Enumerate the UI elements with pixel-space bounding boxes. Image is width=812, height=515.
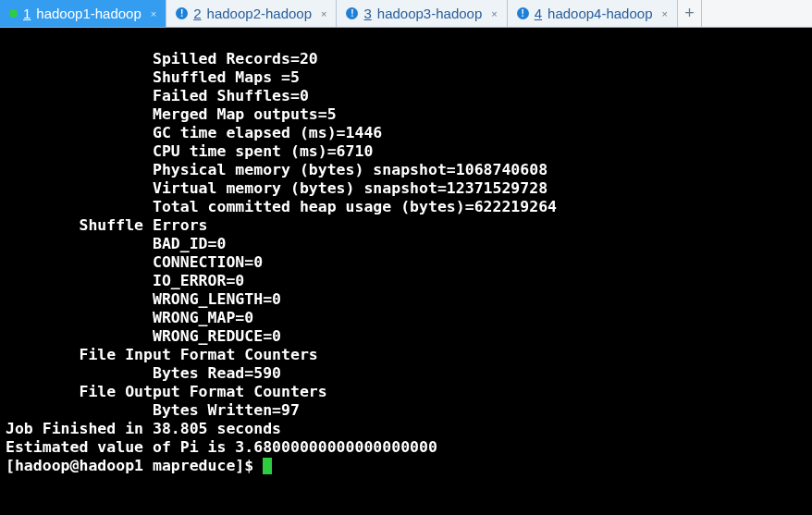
new-tab-button[interactable]: +: [678, 0, 702, 27]
terminal-line: WRONG_REDUCE=0: [6, 327, 281, 345]
tab-number: 4: [535, 6, 542, 21]
terminal-line: Shuffle Errors: [6, 216, 208, 234]
terminal-line: Shuffled Maps =5: [6, 68, 300, 86]
shell-prompt: [hadoop@hadoop1 mapreduce]$: [6, 457, 263, 475]
terminal-line: Bytes Written=97: [6, 401, 300, 419]
terminal-line: CONNECTION=0: [6, 253, 263, 271]
terminal-line: WRONG_MAP=0: [6, 309, 253, 326]
info-icon: !: [517, 7, 529, 19]
terminal-line: Total committed heap usage (bytes)=62221…: [6, 198, 557, 215]
close-icon[interactable]: ×: [321, 8, 326, 19]
tab-hadoop1[interactable]: 1 hadoop1-hadoop ×: [0, 0, 166, 27]
tab-label: hadoop1-hadoop: [36, 6, 141, 21]
terminal-line: Merged Map outputs=5: [6, 105, 337, 123]
close-icon[interactable]: ×: [151, 8, 156, 19]
tab-hadoop2[interactable]: ! 2 hadoop2-hadoop ×: [166, 0, 337, 27]
tab-number: 3: [363, 6, 371, 21]
tab-label: hadoop4-hadoop: [547, 6, 652, 21]
tab-label: hadoop2-hadoop: [207, 6, 312, 21]
terminal-line: BAD_ID=0: [6, 235, 226, 252]
close-icon[interactable]: ×: [662, 8, 668, 19]
terminal-output[interactable]: Spilled Records=20 Shuffled Maps =5 Fail…: [0, 28, 812, 515]
terminal-line: Estimated value of Pi is 3.6800000000000…: [6, 438, 437, 456]
tab-bar: 1 hadoop1-hadoop × ! 2 hadoop2-hadoop × …: [0, 0, 812, 28]
terminal-line: File Input Format Counters: [6, 346, 327, 363]
terminal-line: Virtual memory (bytes) snapshot=12371529…: [6, 179, 547, 197]
terminal-line: IO_ERROR=0: [6, 272, 244, 289]
tab-hadoop4[interactable]: ! 4 hadoop4-hadoop ×: [508, 0, 678, 27]
tab-hadoop3[interactable]: ! 3 hadoop3-hadoop ×: [337, 0, 507, 27]
terminal-line: GC time elapsed (ms)=1446: [6, 124, 382, 141]
terminal-line: Job Finished in 38.805 seconds: [6, 420, 281, 437]
terminal-line: Bytes Read=590: [6, 364, 281, 382]
plus-icon: +: [684, 4, 695, 23]
tab-number: 1: [23, 6, 31, 21]
terminal-line: Spilled Records=20: [6, 50, 318, 67]
cursor-icon: [263, 458, 272, 474]
terminal-line: Physical memory (bytes) snapshot=1068740…: [6, 161, 547, 178]
close-icon[interactable]: ×: [491, 8, 497, 19]
terminal-line: File Output Format Counters: [6, 383, 337, 400]
terminal-line: WRONG_LENGTH=0: [6, 290, 281, 308]
tab-number: 2: [193, 6, 201, 21]
terminal-line: Failed Shuffles=0: [6, 87, 309, 104]
tab-label: hadoop3-hadoop: [377, 6, 482, 21]
terminal-line: CPU time spent (ms)=6710: [6, 142, 373, 160]
status-dot-green-icon: [9, 9, 18, 18]
info-icon: !: [346, 7, 358, 19]
info-icon: !: [176, 7, 188, 19]
